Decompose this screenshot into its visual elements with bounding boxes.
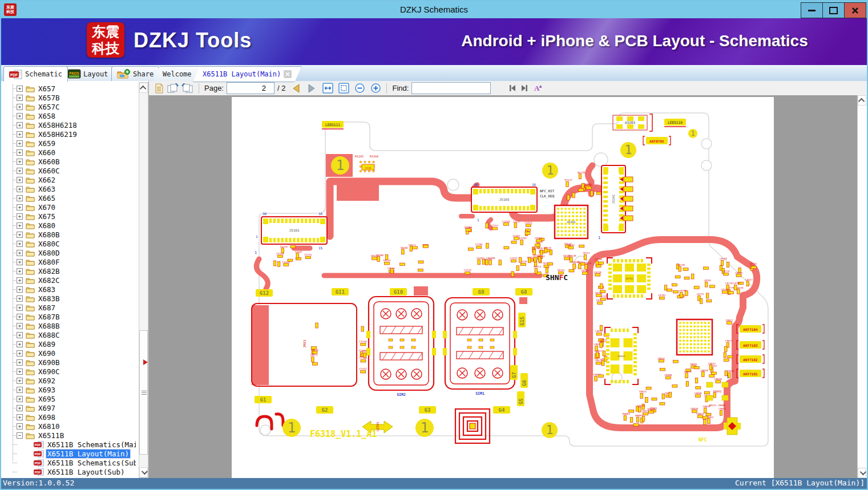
tree-expander-icon[interactable]: +	[17, 131, 23, 137]
match-case-icon[interactable]: Aa	[534, 83, 544, 93]
tree-expander-icon[interactable]: +	[17, 368, 23, 375]
tree-expander-icon[interactable]: +	[17, 250, 23, 256]
tree-expander-icon[interactable]: +	[17, 405, 23, 411]
tree-item-folder[interactable]: +X688B	[1, 321, 136, 330]
tree-item-folder[interactable]: +X689	[1, 339, 136, 349]
tree-expander-icon[interactable]: +	[17, 378, 23, 384]
tree-expander-icon[interactable]: +	[17, 140, 23, 147]
rotate-left-icon[interactable]	[167, 83, 179, 94]
tab-share[interactable]: Share	[111, 66, 159, 81]
scroll-up-button[interactable]	[139, 83, 148, 93]
tree-item-folder[interactable]: +X670	[1, 203, 136, 212]
tree-item-folder[interactable]: +X682B	[1, 266, 136, 276]
tree-expander-icon[interactable]: +	[17, 305, 23, 311]
scroll-down-button[interactable]	[139, 467, 148, 477]
tree-expander-icon[interactable]: +	[17, 122, 23, 128]
zoom-in-icon[interactable]	[370, 83, 381, 94]
scroll-down-button[interactable]	[858, 468, 866, 478]
tree-item-folder[interactable]: +X658H6219	[1, 129, 136, 139]
page-input[interactable]	[227, 82, 274, 94]
tab-schematic[interactable]: PDF Schematic	[3, 66, 68, 82]
find-input[interactable]	[411, 82, 491, 94]
tree-expander-icon[interactable]: +	[17, 222, 23, 229]
tree-expander-icon[interactable]: +	[17, 323, 23, 329]
tree-item-folder[interactable]: +X658H6218	[1, 120, 136, 129]
tree-expander-icon[interactable]: +	[17, 423, 23, 430]
tree-item-folder[interactable]: +X683B	[1, 294, 136, 303]
tree-expander-icon[interactable]: +	[17, 332, 23, 338]
tree-expander-icon[interactable]: +	[17, 195, 23, 201]
tree-expander-icon[interactable]: +	[17, 259, 23, 265]
tree-item-folder[interactable]: +X6810	[1, 422, 136, 431]
sidebar-scrollbar[interactable]	[139, 82, 148, 478]
tree-item-folder[interactable]: +X692	[1, 376, 136, 385]
tree-expander-icon[interactable]: +	[17, 204, 23, 210]
tree-expander-icon[interactable]: +	[17, 241, 23, 247]
tree-item-folder[interactable]: +X662	[1, 175, 136, 184]
tree-expander-icon[interactable]: +	[17, 387, 23, 393]
tree-item-folder[interactable]: +X657B	[1, 93, 136, 102]
tree-item-folder[interactable]: +X690C	[1, 367, 136, 376]
tree-expander-icon[interactable]: −	[17, 432, 23, 439]
tree-item-folder[interactable]: +X680D	[1, 248, 136, 257]
tree-expander-icon[interactable]: +	[17, 95, 23, 101]
tab-layout[interactable]: PADS Layout	[62, 66, 114, 81]
next-page-icon[interactable]	[307, 83, 316, 94]
tree-item-folder[interactable]: +X695	[1, 394, 136, 403]
tree-expander-icon[interactable]: +	[17, 396, 23, 402]
tree-item-folder[interactable]: +X690	[1, 349, 136, 358]
tree-item-folder[interactable]: +X693	[1, 385, 136, 394]
close-button[interactable]	[844, 2, 866, 18]
tree-item-folder[interactable]: +X682C	[1, 276, 136, 285]
tree-item-folder[interactable]: +X659	[1, 139, 136, 148]
tree-item-folder[interactable]: +X660	[1, 148, 136, 157]
tree-expander-icon[interactable]: +	[17, 286, 23, 293]
tree-expander-icon[interactable]: +	[17, 350, 23, 357]
tree-expander-icon[interactable]: +	[17, 295, 23, 302]
find-next-icon[interactable]	[520, 84, 528, 92]
tree-item-pdf[interactable]: PDFX6511B Schematics(Main)	[1, 440, 136, 449]
tree-expander-icon[interactable]: +	[17, 86, 23, 92]
rotate-right-icon[interactable]	[181, 83, 193, 94]
tree-item-folder[interactable]: +X680F	[1, 257, 136, 266]
tree-expander-icon[interactable]: +	[17, 268, 23, 274]
tree-expander-icon[interactable]: +	[17, 213, 23, 220]
pdf-page-pcb-layout[interactable]: C5120C5155C5120C5161C5176C5167C0566C0588…	[232, 97, 774, 478]
scrollbar-thumb[interactable]	[139, 330, 148, 455]
tree-item-folder[interactable]: +X680B	[1, 230, 136, 239]
tree-item-folder[interactable]: +X698	[1, 412, 136, 422]
tree-item-folder[interactable]: +X687B	[1, 312, 136, 321]
tree-item-folder[interactable]: +X657C	[1, 102, 136, 111]
fit-page-icon[interactable]	[338, 83, 349, 94]
tree-expander-icon[interactable]: +	[17, 177, 23, 183]
tree-expander-icon[interactable]: +	[17, 359, 23, 366]
tree-expander-icon[interactable]: +	[17, 113, 23, 119]
maximize-button[interactable]	[822, 2, 845, 18]
tree-item-folder[interactable]: +X675	[1, 212, 136, 221]
tree-item-pdf[interactable]: PDFX6511B Layout(Main)	[1, 449, 136, 458]
tree-item-folder[interactable]: +X688C	[1, 330, 136, 339]
tree-expander-icon[interactable]: +	[17, 186, 23, 192]
tree-expander-icon[interactable]: +	[17, 232, 23, 238]
tree-item-folder[interactable]: +X680C	[1, 239, 136, 248]
tree-item-folder[interactable]: +X687	[1, 303, 136, 312]
tree-item-folder[interactable]: +X680	[1, 221, 136, 230]
tree-item-folder[interactable]: +X658	[1, 111, 136, 120]
tree-item-folder[interactable]: +X690B	[1, 358, 136, 367]
tree-item-folder[interactable]: +X665	[1, 193, 136, 203]
tree-expander-icon[interactable]: +	[17, 314, 23, 320]
tree-expander-icon[interactable]: +	[17, 149, 23, 156]
doc-tab-x6511b-layout-main[interactable]: X6511B Layout(Main)	[193, 66, 301, 82]
document-icon[interactable]	[154, 83, 164, 94]
tree-item-folder[interactable]: +X697	[1, 403, 136, 412]
titlebar[interactable]: 东震科技 DZKJ Schematics	[1, 1, 867, 18]
fit-width-icon[interactable]	[322, 83, 333, 94]
tree-item-folder[interactable]: +X683	[1, 285, 136, 294]
tab-close-icon[interactable]	[284, 70, 292, 78]
tree-item-pdf[interactable]: PDFX6511B Schematics(Sub)	[1, 458, 136, 467]
scroll-up-button[interactable]	[858, 95, 866, 106]
viewer-scrollbar[interactable]	[857, 95, 867, 478]
tree-expander-icon[interactable]: +	[17, 277, 23, 284]
previous-page-icon[interactable]	[292, 83, 301, 94]
tree-expander-icon[interactable]: +	[17, 168, 23, 174]
